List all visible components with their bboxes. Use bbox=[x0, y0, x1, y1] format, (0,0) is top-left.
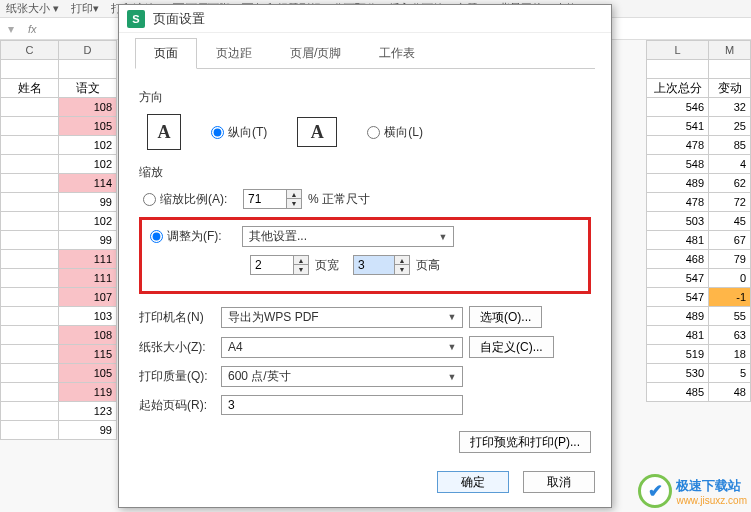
cell[interactable]: 481 bbox=[647, 326, 709, 345]
cell[interactable] bbox=[1, 193, 59, 212]
cell[interactable] bbox=[1, 383, 59, 402]
cell[interactable]: 102 bbox=[59, 155, 117, 174]
col-header[interactable]: D bbox=[59, 41, 117, 60]
print-preview-button[interactable]: 打印预览和打印(P)... bbox=[459, 431, 591, 453]
cell[interactable]: 541 bbox=[647, 117, 709, 136]
pages-tall-input[interactable] bbox=[354, 256, 394, 274]
cell[interactable]: 103 bbox=[59, 307, 117, 326]
paper-size-combo[interactable]: A4▼ bbox=[221, 337, 463, 358]
cell[interactable]: 546 bbox=[647, 98, 709, 117]
scale-ratio-input[interactable] bbox=[244, 190, 286, 208]
namebox-dropdown-icon[interactable]: ▾ bbox=[8, 22, 14, 36]
cell[interactable] bbox=[1, 117, 59, 136]
ok-button[interactable]: 确定 bbox=[437, 471, 509, 493]
cell[interactable] bbox=[1, 307, 59, 326]
cell[interactable]: 25 bbox=[709, 117, 751, 136]
cell[interactable]: 48 bbox=[709, 383, 751, 402]
cell[interactable]: 102 bbox=[59, 136, 117, 155]
cancel-button[interactable]: 取消 bbox=[523, 471, 595, 493]
cell[interactable]: 105 bbox=[59, 117, 117, 136]
cell[interactable]: 489 bbox=[647, 307, 709, 326]
cell[interactable]: 108 bbox=[59, 326, 117, 345]
start-page-input[interactable] bbox=[221, 395, 463, 415]
cell[interactable] bbox=[1, 136, 59, 155]
cell[interactable]: 123 bbox=[59, 402, 117, 421]
cell[interactable]: 478 bbox=[647, 193, 709, 212]
pages-wide-input[interactable] bbox=[251, 256, 293, 274]
cell[interactable]: 530 bbox=[647, 364, 709, 383]
cell[interactable]: 115 bbox=[59, 345, 117, 364]
cell[interactable]: 481 bbox=[647, 231, 709, 250]
other-settings-combo[interactable]: 其他设置...▼ bbox=[242, 226, 454, 247]
scale-ratio-spinner[interactable]: ▲▼ bbox=[243, 189, 302, 209]
spin-up-icon[interactable]: ▲ bbox=[287, 190, 301, 199]
cell[interactable]: 5 bbox=[709, 364, 751, 383]
cell[interactable]: 85 bbox=[709, 136, 751, 155]
landscape-radio[interactable]: 横向(L) bbox=[367, 124, 423, 141]
cell[interactable]: 111 bbox=[59, 269, 117, 288]
cell[interactable] bbox=[1, 212, 59, 231]
cell[interactable]: 111 bbox=[59, 250, 117, 269]
adjust-to-radio[interactable]: 调整为(F): bbox=[150, 228, 236, 245]
dialog-titlebar[interactable]: S 页面设置 bbox=[119, 5, 611, 33]
cell[interactable]: 67 bbox=[709, 231, 751, 250]
tab-page[interactable]: 页面 bbox=[135, 38, 197, 69]
cell[interactable] bbox=[1, 364, 59, 383]
cell[interactable]: 468 bbox=[647, 250, 709, 269]
printer-combo[interactable]: 导出为WPS PDF▼ bbox=[221, 307, 463, 328]
cell[interactable]: 519 bbox=[647, 345, 709, 364]
col-header[interactable]: M bbox=[709, 41, 751, 60]
cell[interactable]: 547 bbox=[647, 288, 709, 307]
tab-header-footer[interactable]: 页眉/页脚 bbox=[271, 38, 360, 69]
cell[interactable]: 99 bbox=[59, 421, 117, 440]
cell[interactable]: 489 bbox=[647, 174, 709, 193]
tab-sheet[interactable]: 工作表 bbox=[360, 38, 434, 69]
pages-wide-spinner[interactable]: ▲▼ bbox=[250, 255, 309, 275]
cell[interactable]: 108 bbox=[59, 98, 117, 117]
cell[interactable]: 99 bbox=[59, 193, 117, 212]
paper-size-menu[interactable]: 纸张大小 ▾ bbox=[6, 1, 59, 16]
spin-down-icon[interactable]: ▼ bbox=[395, 265, 409, 274]
cell[interactable] bbox=[1, 402, 59, 421]
cell[interactable]: 0 bbox=[709, 269, 751, 288]
spin-down-icon[interactable]: ▼ bbox=[287, 199, 301, 208]
spin-down-icon[interactable]: ▼ bbox=[294, 265, 308, 274]
print-area-menu[interactable]: 打印▾ bbox=[71, 1, 99, 16]
cell[interactable]: 79 bbox=[709, 250, 751, 269]
spin-up-icon[interactable]: ▲ bbox=[294, 256, 308, 265]
col-header[interactable]: L bbox=[647, 41, 709, 60]
cell[interactable]: 547 bbox=[647, 269, 709, 288]
quality-combo[interactable]: 600 点/英寸▼ bbox=[221, 366, 463, 387]
cell[interactable] bbox=[1, 421, 59, 440]
col-header[interactable]: C bbox=[1, 41, 59, 60]
cell[interactable]: 114 bbox=[59, 174, 117, 193]
cell[interactable] bbox=[1, 98, 59, 117]
cell[interactable]: 503 bbox=[647, 212, 709, 231]
cell[interactable]: 548 bbox=[647, 155, 709, 174]
cell[interactable]: 55 bbox=[709, 307, 751, 326]
cell[interactable] bbox=[1, 345, 59, 364]
cell[interactable] bbox=[1, 155, 59, 174]
cell[interactable] bbox=[1, 231, 59, 250]
pages-tall-spinner[interactable]: ▲▼ bbox=[353, 255, 410, 275]
cell[interactable] bbox=[1, 174, 59, 193]
cell[interactable]: 45 bbox=[709, 212, 751, 231]
cell[interactable] bbox=[1, 269, 59, 288]
cell[interactable] bbox=[1, 288, 59, 307]
cell[interactable]: 102 bbox=[59, 212, 117, 231]
cell[interactable]: 32 bbox=[709, 98, 751, 117]
cell[interactable]: 18 bbox=[709, 345, 751, 364]
cell[interactable]: 72 bbox=[709, 193, 751, 212]
options-button[interactable]: 选项(O)... bbox=[469, 306, 542, 328]
scale-ratio-radio[interactable]: 缩放比例(A): bbox=[143, 191, 237, 208]
cell[interactable]: 63 bbox=[709, 326, 751, 345]
cell[interactable] bbox=[1, 250, 59, 269]
cell[interactable] bbox=[1, 326, 59, 345]
cell[interactable]: 478 bbox=[647, 136, 709, 155]
tab-margins[interactable]: 页边距 bbox=[197, 38, 271, 69]
custom-button[interactable]: 自定义(C)... bbox=[469, 336, 554, 358]
cell[interactable]: 62 bbox=[709, 174, 751, 193]
cell[interactable]: -1 bbox=[709, 288, 751, 307]
cell[interactable]: 107 bbox=[59, 288, 117, 307]
spin-up-icon[interactable]: ▲ bbox=[395, 256, 409, 265]
